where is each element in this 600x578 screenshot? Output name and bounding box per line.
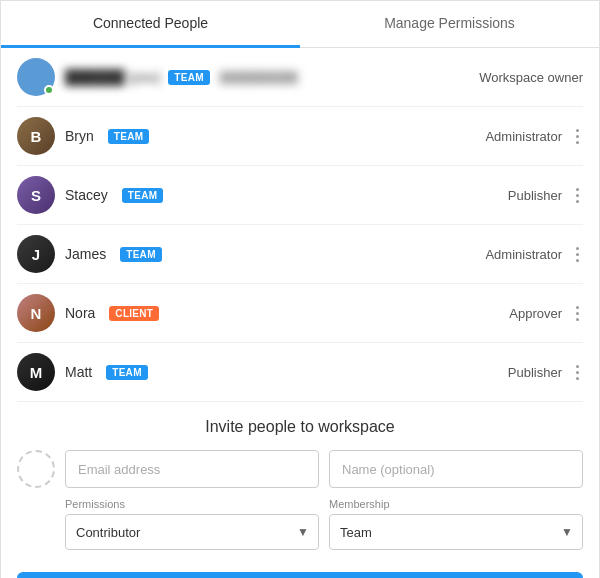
user-left-matt: M Matt TEAM bbox=[17, 353, 148, 391]
stacey-role: Publisher bbox=[508, 188, 562, 203]
tab-connected-people[interactable]: Connected People bbox=[1, 1, 300, 48]
avatar-nora: N bbox=[17, 294, 55, 332]
table-row: N Nora CLIENT Approver bbox=[17, 284, 583, 343]
matt-name: Matt bbox=[65, 364, 92, 380]
permissions-group: Permissions Viewer Contributor Contribut… bbox=[65, 498, 319, 550]
avatar-you bbox=[17, 58, 55, 96]
table-row: ██████ (you) TEAM ██████████ Workspace o… bbox=[17, 48, 583, 107]
matt-menu-button[interactable] bbox=[572, 361, 583, 384]
bryn-role: Administrator bbox=[485, 129, 562, 144]
dot1 bbox=[576, 129, 579, 132]
permissions-select-wrapper: Viewer Contributor Contributor Publisher… bbox=[65, 514, 319, 550]
table-row: B Bryn TEAM Administrator bbox=[17, 107, 583, 166]
matt-role: Publisher bbox=[508, 365, 562, 380]
stacey-badge: TEAM bbox=[122, 188, 164, 203]
dot1 bbox=[576, 365, 579, 368]
table-row: J James TEAM Administrator bbox=[17, 225, 583, 284]
you-name-text: ██████ (you) bbox=[65, 69, 160, 85]
table-row: M Matt TEAM Publisher bbox=[17, 343, 583, 402]
avatar-bryn: B bbox=[17, 117, 55, 155]
dot2 bbox=[576, 135, 579, 138]
membership-group: Membership Team Client Guest ▼ bbox=[329, 498, 583, 550]
nora-menu-button[interactable] bbox=[572, 302, 583, 325]
user-left-you: ██████ (you) TEAM ██████████ bbox=[17, 58, 298, 96]
permissions-label: Permissions bbox=[65, 498, 319, 510]
dot2 bbox=[576, 194, 579, 197]
invite-inputs-row bbox=[17, 450, 583, 488]
membership-select-wrapper: Team Client Guest ▼ bbox=[329, 514, 583, 550]
invite-section: Invite people to workspace Permissions V… bbox=[1, 402, 599, 562]
user-name-you: ██████ (you) TEAM bbox=[65, 69, 210, 85]
avatar-james: J bbox=[17, 235, 55, 273]
user-right-bryn: Administrator bbox=[485, 125, 583, 148]
new-user-avatar-placeholder bbox=[17, 450, 55, 488]
you-role: Workspace owner bbox=[479, 70, 583, 85]
email-field[interactable] bbox=[65, 450, 319, 488]
user-left-stacey: S Stacey TEAM bbox=[17, 176, 163, 214]
dot3 bbox=[576, 259, 579, 262]
user-right-stacey: Publisher bbox=[508, 184, 583, 207]
nora-badge: CLIENT bbox=[109, 306, 159, 321]
nora-role: Approver bbox=[509, 306, 562, 321]
dot2 bbox=[576, 371, 579, 374]
dot1 bbox=[576, 188, 579, 191]
dot2 bbox=[576, 253, 579, 256]
invite-user-button[interactable]: INVITE USER bbox=[17, 572, 583, 578]
user-left-bryn: B Bryn TEAM bbox=[17, 117, 149, 155]
membership-select[interactable]: Team Client Guest bbox=[329, 514, 583, 550]
invite-button-wrapper: INVITE USER bbox=[1, 562, 599, 578]
dot3 bbox=[576, 318, 579, 321]
user-right-matt: Publisher bbox=[508, 361, 583, 384]
invite-input-fields bbox=[65, 450, 583, 488]
permissions-membership-row: Permissions Viewer Contributor Contribut… bbox=[17, 498, 583, 550]
dot3 bbox=[576, 141, 579, 144]
user-right-you: Workspace owner bbox=[479, 70, 583, 85]
user-right-nora: Approver bbox=[509, 302, 583, 325]
tab-bar: Connected People Manage Permissions bbox=[1, 1, 599, 48]
nora-name: Nora bbox=[65, 305, 95, 321]
online-dot bbox=[44, 85, 54, 95]
name-field[interactable] bbox=[329, 450, 583, 488]
james-badge: TEAM bbox=[120, 247, 162, 262]
tab-manage-permissions[interactable]: Manage Permissions bbox=[300, 1, 599, 48]
table-row: S Stacey TEAM Publisher bbox=[17, 166, 583, 225]
matt-badge: TEAM bbox=[106, 365, 148, 380]
stacey-menu-button[interactable] bbox=[572, 184, 583, 207]
james-name: James bbox=[65, 246, 106, 262]
bryn-name: Bryn bbox=[65, 128, 94, 144]
user-right-james: Administrator bbox=[485, 243, 583, 266]
bryn-badge: TEAM bbox=[108, 129, 150, 144]
dot1 bbox=[576, 247, 579, 250]
james-role: Administrator bbox=[485, 247, 562, 262]
dot3 bbox=[576, 377, 579, 380]
avatar-matt: M bbox=[17, 353, 55, 391]
user-left-james: J James TEAM bbox=[17, 235, 162, 273]
user-left-nora: N Nora CLIENT bbox=[17, 294, 159, 332]
invite-title: Invite people to workspace bbox=[17, 418, 583, 436]
app-container: Connected People Manage Permissions ████… bbox=[1, 1, 599, 578]
avatar-stacey: S bbox=[17, 176, 55, 214]
james-menu-button[interactable] bbox=[572, 243, 583, 266]
dot3 bbox=[576, 200, 579, 203]
stacey-name: Stacey bbox=[65, 187, 108, 203]
membership-label: Membership bbox=[329, 498, 583, 510]
bryn-menu-button[interactable] bbox=[572, 125, 583, 148]
user-list: ██████ (you) TEAM ██████████ Workspace o… bbox=[1, 48, 599, 402]
you-badge: TEAM bbox=[168, 70, 210, 85]
you-subtitle: ██████████ bbox=[220, 71, 298, 83]
dot2 bbox=[576, 312, 579, 315]
permissions-select[interactable]: Viewer Contributor Contributor Publisher… bbox=[65, 514, 319, 550]
dot1 bbox=[576, 306, 579, 309]
